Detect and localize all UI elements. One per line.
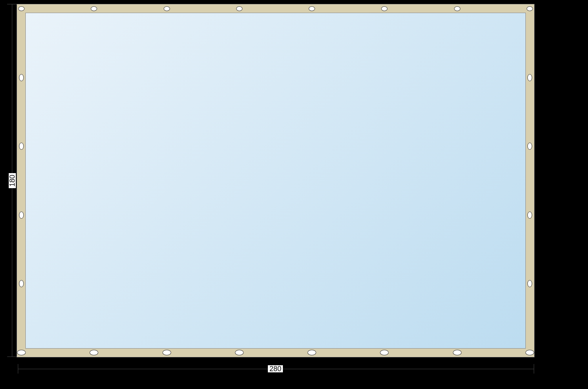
grommet-icon [453, 350, 462, 355]
dimension-label-width: 280 [268, 365, 283, 372]
grommet-icon [164, 6, 170, 11]
grommet-icon [19, 74, 24, 81]
grommet-icon [162, 350, 171, 355]
grommet-icon [527, 6, 533, 11]
grommet-icon [17, 350, 26, 355]
grommet-icon [527, 74, 532, 81]
dimension-tick [7, 357, 17, 357]
dimension-tick [18, 364, 18, 374]
tarp-clear-window [25, 13, 526, 349]
grommet-icon [236, 6, 242, 11]
diagram-stage: 280 180 [0, 0, 588, 389]
dimension-label-height: 180 [9, 173, 16, 188]
grommet-icon [235, 350, 244, 355]
grommet-icon [454, 6, 460, 11]
grommet-icon [525, 350, 534, 355]
grommet-icon [19, 212, 24, 219]
grommet-icon [307, 350, 316, 355]
dimension-tick [7, 4, 17, 4]
grommet-icon [18, 6, 25, 11]
dimension-tick [534, 364, 534, 374]
grommet-icon [527, 212, 532, 219]
